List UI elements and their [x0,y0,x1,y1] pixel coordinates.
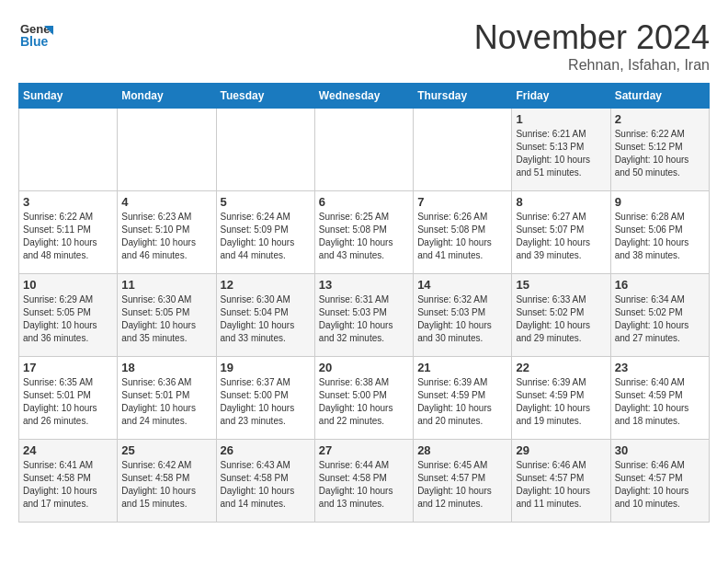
day-number: 25 [121,443,211,457]
day-info: Sunrise: 6:24 AM Sunset: 5:09 PM Dayligh… [221,211,311,262]
calendar-day-cell: 18Sunrise: 6:36 AM Sunset: 5:01 PM Dayli… [118,357,216,440]
calendar-empty-cell [414,109,512,191]
calendar-day-cell: 12Sunrise: 6:30 AM Sunset: 5:04 PM Dayli… [216,274,314,357]
page-header: General Blue November 2024 Rehnan, Isfah… [18,18,710,74]
day-number: 7 [417,195,507,209]
weekday-header: Friday [512,84,610,109]
day-number: 5 [221,195,311,209]
calendar-day-cell: 13Sunrise: 6:31 AM Sunset: 5:03 PM Dayli… [314,274,413,357]
day-number: 8 [516,195,606,209]
calendar-day-cell: 17Sunrise: 6:35 AM Sunset: 5:01 PM Dayli… [19,357,118,440]
day-info: Sunrise: 6:37 AM Sunset: 5:00 PM Dayligh… [221,376,311,428]
day-number: 1 [516,112,606,126]
day-info: Sunrise: 6:26 AM Sunset: 5:08 PM Dayligh… [417,211,507,262]
day-info: Sunrise: 6:29 AM Sunset: 5:05 PM Dayligh… [23,293,113,345]
day-number: 18 [121,361,211,374]
day-number: 3 [23,195,113,209]
weekday-header: Wednesday [314,84,413,109]
calendar-day-cell: 23Sunrise: 6:40 AM Sunset: 4:59 PM Dayli… [610,357,709,440]
calendar-day-cell: 26Sunrise: 6:43 AM Sunset: 4:58 PM Dayli… [216,440,314,523]
calendar-empty-cell [19,109,118,191]
calendar-day-cell: 19Sunrise: 6:37 AM Sunset: 5:00 PM Dayli… [216,357,314,440]
day-info: Sunrise: 6:38 AM Sunset: 5:00 PM Dayligh… [319,376,409,428]
day-info: Sunrise: 6:40 AM Sunset: 4:59 PM Dayligh… [615,376,705,428]
day-info: Sunrise: 6:44 AM Sunset: 4:58 PM Dayligh… [319,459,409,511]
calendar-day-cell: 7Sunrise: 6:26 AM Sunset: 5:08 PM Daylig… [414,191,512,274]
calendar-day-cell: 10Sunrise: 6:29 AM Sunset: 5:05 PM Dayli… [19,274,118,357]
day-number: 23 [615,361,705,374]
day-info: Sunrise: 6:42 AM Sunset: 4:58 PM Dayligh… [121,459,211,511]
day-info: Sunrise: 6:28 AM Sunset: 5:06 PM Dayligh… [615,211,705,262]
day-number: 28 [417,443,507,457]
month-title: November 2024 [474,18,710,57]
day-info: Sunrise: 6:32 AM Sunset: 5:03 PM Dayligh… [417,293,507,345]
day-number: 14 [417,278,507,292]
day-number: 30 [615,443,705,457]
day-number: 17 [23,361,113,374]
calendar-day-cell: 11Sunrise: 6:30 AM Sunset: 5:05 PM Dayli… [118,274,216,357]
day-number: 15 [516,278,606,292]
day-number: 22 [516,361,606,374]
day-info: Sunrise: 6:22 AM Sunset: 5:11 PM Dayligh… [23,211,113,262]
calendar-day-cell: 5Sunrise: 6:24 AM Sunset: 5:09 PM Daylig… [216,191,314,274]
day-info: Sunrise: 6:45 AM Sunset: 4:57 PM Dayligh… [417,459,507,511]
day-number: 2 [615,112,705,126]
day-info: Sunrise: 6:30 AM Sunset: 5:05 PM Dayligh… [121,293,211,345]
calendar-day-cell: 3Sunrise: 6:22 AM Sunset: 5:11 PM Daylig… [19,191,118,274]
day-info: Sunrise: 6:23 AM Sunset: 5:10 PM Dayligh… [121,211,211,262]
day-number: 13 [319,278,409,292]
day-info: Sunrise: 6:31 AM Sunset: 5:03 PM Dayligh… [319,293,409,345]
day-info: Sunrise: 6:43 AM Sunset: 4:58 PM Dayligh… [221,459,311,511]
calendar-day-cell: 9Sunrise: 6:28 AM Sunset: 5:06 PM Daylig… [610,191,709,274]
day-info: Sunrise: 6:25 AM Sunset: 5:08 PM Dayligh… [319,211,409,262]
day-info: Sunrise: 6:30 AM Sunset: 5:04 PM Dayligh… [221,293,311,345]
calendar-day-cell: 24Sunrise: 6:41 AM Sunset: 4:58 PM Dayli… [19,440,118,523]
calendar-empty-cell [314,109,413,191]
calendar-day-cell: 15Sunrise: 6:33 AM Sunset: 5:02 PM Dayli… [512,274,610,357]
day-number: 10 [23,278,113,292]
weekday-header: Tuesday [216,84,314,109]
calendar-day-cell: 2Sunrise: 6:22 AM Sunset: 5:12 PM Daylig… [610,109,709,191]
day-number: 11 [121,278,211,292]
calendar-day-cell: 21Sunrise: 6:39 AM Sunset: 4:59 PM Dayli… [414,357,512,440]
calendar-week-row: 17Sunrise: 6:35 AM Sunset: 5:01 PM Dayli… [19,357,710,440]
day-number: 4 [121,195,211,209]
weekday-header: Monday [118,84,216,109]
day-info: Sunrise: 6:35 AM Sunset: 5:01 PM Dayligh… [23,376,113,428]
day-info: Sunrise: 6:46 AM Sunset: 4:57 PM Dayligh… [516,459,606,511]
calendar-day-cell: 14Sunrise: 6:32 AM Sunset: 5:03 PM Dayli… [414,274,512,357]
day-info: Sunrise: 6:22 AM Sunset: 5:12 PM Dayligh… [615,128,705,179]
calendar-day-cell: 1Sunrise: 6:21 AM Sunset: 5:13 PM Daylig… [512,109,610,191]
day-info: Sunrise: 6:41 AM Sunset: 4:58 PM Dayligh… [23,459,113,511]
day-number: 19 [221,361,311,374]
calendar-empty-cell [216,109,314,191]
calendar-day-cell: 30Sunrise: 6:46 AM Sunset: 4:57 PM Dayli… [610,440,709,523]
day-number: 12 [221,278,311,292]
calendar-day-cell: 25Sunrise: 6:42 AM Sunset: 4:58 PM Dayli… [118,440,216,523]
calendar-empty-cell [118,109,216,191]
location-subtitle: Rehnan, Isfahan, Iran [474,57,710,74]
calendar-week-row: 24Sunrise: 6:41 AM Sunset: 4:58 PM Dayli… [19,440,710,523]
day-info: Sunrise: 6:39 AM Sunset: 4:59 PM Dayligh… [417,376,507,428]
day-number: 9 [615,195,705,209]
svg-text:Blue: Blue [20,34,49,49]
weekday-header: Sunday [19,84,118,109]
day-number: 20 [319,361,409,374]
day-info: Sunrise: 6:33 AM Sunset: 5:02 PM Dayligh… [516,293,606,345]
weekday-header: Saturday [610,84,709,109]
day-number: 29 [516,443,606,457]
title-block: November 2024 Rehnan, Isfahan, Iran [474,18,710,74]
calendar-day-cell: 16Sunrise: 6:34 AM Sunset: 5:02 PM Dayli… [610,274,709,357]
calendar-header-row: SundayMondayTuesdayWednesdayThursdayFrid… [19,84,710,109]
calendar-table: SundayMondayTuesdayWednesdayThursdayFrid… [18,83,710,523]
day-info: Sunrise: 6:34 AM Sunset: 5:02 PM Dayligh… [615,293,705,345]
day-info: Sunrise: 6:36 AM Sunset: 5:01 PM Dayligh… [121,376,211,428]
logo-icon: General Blue [18,18,53,57]
day-info: Sunrise: 6:27 AM Sunset: 5:07 PM Dayligh… [516,211,606,262]
day-number: 16 [615,278,705,292]
calendar-week-row: 10Sunrise: 6:29 AM Sunset: 5:05 PM Dayli… [19,274,710,357]
day-info: Sunrise: 6:21 AM Sunset: 5:13 PM Dayligh… [516,128,606,179]
calendar-day-cell: 22Sunrise: 6:39 AM Sunset: 4:59 PM Dayli… [512,357,610,440]
day-number: 24 [23,443,113,457]
logo: General Blue [18,18,53,57]
